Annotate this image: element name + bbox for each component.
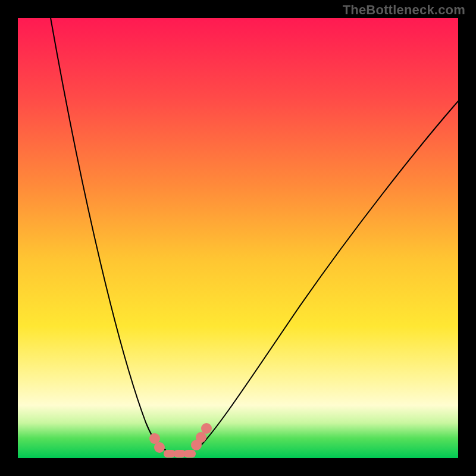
marker-bar — [184, 450, 196, 458]
plot-area — [18, 18, 458, 458]
outer-frame: TheBottleneck.com — [0, 0, 476, 476]
curve-left-limb — [51, 18, 165, 450]
curve-right-limb — [196, 101, 458, 450]
marker-dot — [201, 423, 212, 434]
curve-svg — [18, 18, 458, 458]
marker-dot — [154, 442, 165, 453]
marker-dot — [196, 432, 206, 443]
watermark-text: TheBottleneck.com — [343, 2, 465, 18]
